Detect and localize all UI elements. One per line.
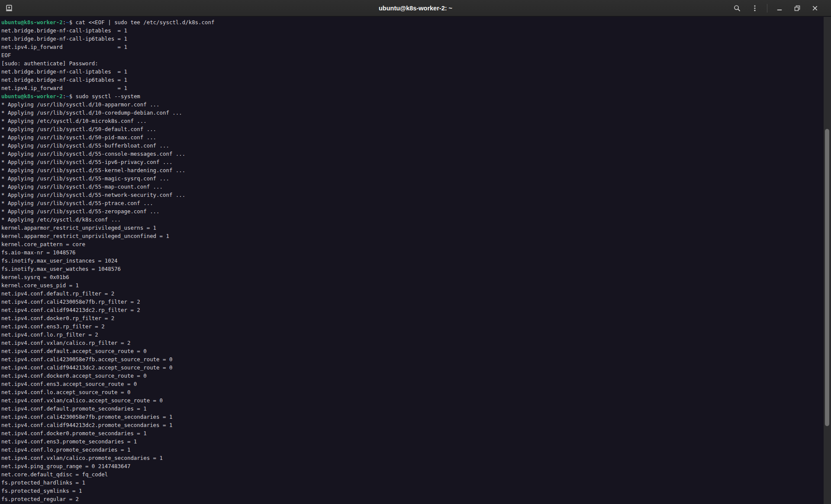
terminal-output-line: net.ipv4.conf.ens3.accept_source_route =… [1,380,831,388]
terminal-output-line: kernel.core_pattern = core [1,240,831,248]
terminal-output-line: net.bridge.bridge-nf-call-ip6tables = 1 [1,35,831,43]
terminal-output-line: EOF [1,51,831,59]
titlebar-controls [725,0,821,16]
terminal-output-line: * Applying /etc/sysctl.d/k8s.conf ... [1,215,831,224]
terminal-output-line: kernel.core_uses_pid = 1 [1,281,831,289]
restore-button[interactable] [792,3,803,14]
terminal-output-line: * Applying /usr/lib/sysctl.d/55-magic-sy… [1,174,831,183]
terminal-output-line: net.bridge.bridge-nf-call-ip6tables = 1 [1,76,831,84]
terminal-output-line: fs.inotify.max_user_instances = 1024 [1,257,831,265]
close-icon [811,4,819,12]
terminal-output-line: * Applying /usr/lib/sysctl.d/55-zeropage… [1,207,831,215]
terminal-output-line: net.ipv4.conf.calidf944213dc2.accept_sou… [1,363,831,372]
terminal-output-line: kernel.apparmor_restrict_unprivileged_us… [1,224,831,232]
terminal-output-line: net.ipv4.conf.calidf944213dc2.rp_filter … [1,306,831,314]
terminal-output-line: * Applying /usr/lib/sysctl.d/10-apparmor… [1,100,831,109]
terminal-output-line: * Applying /usr/lib/sysctl.d/50-pid-max.… [1,133,831,141]
terminal-output-line: fs.protected_regular = 2 [1,495,831,503]
terminal-output-line: * Applying /usr/lib/sysctl.d/55-map-coun… [1,183,831,191]
kebab-menu-icon [751,4,759,12]
window-title: ubuntu@k8s-worker-2: ~ [379,0,452,16]
terminal-output-line: fs.aio-max-nr = 1048576 [1,248,831,257]
terminal-output-line: net.ipv4.conf.docker0.promote_secondarie… [1,429,831,437]
terminal-output-line: fs.inotify.max_user_watches = 1048576 [1,265,831,273]
scrollbar-track[interactable] [824,17,831,504]
terminal-output-line: net.ipv4.conf.default.promote_secondarie… [1,404,831,413]
titlebar-separator [767,4,767,13]
terminal-output-line: [sudo: authenticate] Password: [1,59,831,67]
terminal-output-line: net.bridge.bridge-nf-call-iptables = 1 [1,67,831,76]
terminal-output-line: net.ipv4.conf.lo.rp_filter = 2 [1,331,831,339]
terminal-output-line: kernel.apparmor_restrict_unprivileged_un… [1,232,831,240]
terminal-output-line: net.ipv4.conf.vxlan/calico.accept_source… [1,396,831,404]
terminal-output-line: net.ipv4.conf.vxlan/calico.promote_secon… [1,454,831,462]
terminal-output-line: net.ipv4.conf.calidf944213dc2.promote_se… [1,421,831,429]
terminal-output-line: kernel.sysrq = 0x01b6 [1,273,831,281]
terminal-output-line: net.ipv4.conf.lo.accept_source_route = 0 [1,388,831,396]
terminal-output-line: net.ipv4.conf.lo.promote_secondaries = 1 [1,446,831,454]
terminal-output-line: net.ipv4.conf.ens3.rp_filter = 2 [1,322,831,331]
terminal-output-line: * Applying /usr/lib/sysctl.d/55-ipv6-pri… [1,158,831,166]
search-button[interactable] [731,3,743,14]
terminal-output-line: net.ipv4.conf.cali4230058e7fb.accept_sou… [1,355,831,363]
scrollbar-thumb[interactable] [825,129,829,426]
terminal-output-line: * Applying /usr/lib/sysctl.d/55-bufferbl… [1,141,831,150]
terminal-output-line: net.ipv4.conf.default.accept_source_rout… [1,347,831,355]
terminal-output-line: net.ipv4.ping_group_range = 0 2147483647 [1,462,831,470]
terminal-output-line: net.ipv4.conf.cali4230058e7fb.rp_filter … [1,298,831,306]
terminal-output-line: net.ipv4.conf.docker0.rp_filter = 2 [1,314,831,322]
terminal-output-line: * Applying /usr/lib/sysctl.d/55-network-… [1,191,831,199]
restore-icon [793,4,801,12]
terminal-prompt-line: ubuntu@k8s-worker-2:~$ sudo sysctl --sys… [1,92,831,100]
terminal-prompt-line: ubuntu@k8s-worker-2:~$ cat <<EOF | sudo … [1,18,831,26]
terminal-output-line: net.ipv4.conf.ens3.promote_secondaries =… [1,437,831,446]
minimize-icon [776,4,783,12]
terminal-output-line: net.core.default_qdisc = fq_codel [1,470,831,478]
terminal-screen[interactable]: ubuntu@k8s-worker-2:~$ cat <<EOF | sudo … [0,17,831,504]
terminal-output-line: net.ipv4.conf.default.rp_filter = 2 [1,289,831,298]
terminal-output-line: * Applying /usr/lib/sysctl.d/10-coredump… [1,109,831,117]
terminal-output-line: net.ipv4.conf.docker0.accept_source_rout… [1,372,831,380]
terminal-output-line: net.ipv4.ip_forward = 1 [1,43,831,51]
terminal-output-line: * Applying /etc/sysctl.d/10-microk8s.con… [1,117,831,125]
terminal-app-icon [5,4,13,12]
terminal-output-line: * Applying /usr/lib/sysctl.d/55-console-… [1,150,831,158]
terminal-output-line: fs.protected_symlinks = 1 [1,487,831,495]
terminal-output-line: * Applying /usr/lib/sysctl.d/55-ptrace.c… [1,199,831,207]
window-titlebar: ubuntu@k8s-worker-2: ~ [0,0,831,16]
close-button[interactable] [809,3,821,14]
terminal-output-line: net.ipv4.conf.cali4230058e7fb.promote_se… [1,413,831,421]
terminal-output-line: * Applying /usr/lib/sysctl.d/55-kernel-h… [1,166,831,174]
menu-button[interactable] [749,3,760,14]
minimize-button[interactable] [774,3,785,14]
search-icon [733,4,741,12]
terminal-output-line: net.bridge.bridge-nf-call-iptables = 1 [1,26,831,35]
terminal-output-line: net.ipv4.ip_forward = 1 [1,84,831,92]
terminal-output-line: fs.protected_hardlinks = 1 [1,478,831,487]
terminal-output-line: * Applying /usr/lib/sysctl.d/50-default.… [1,125,831,133]
terminal-output-line: net.ipv4.conf.vxlan/calico.rp_filter = 2 [1,339,831,347]
